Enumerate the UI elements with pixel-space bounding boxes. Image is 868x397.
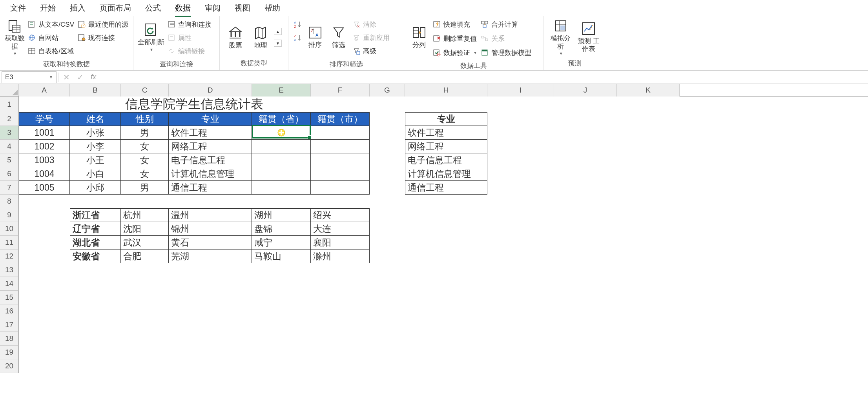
cell[interactable]: 通信工程 bbox=[405, 181, 487, 195]
cell[interactable] bbox=[252, 153, 311, 167]
cell[interactable] bbox=[370, 126, 405, 140]
cell[interactable] bbox=[19, 359, 70, 373]
data-validation-button[interactable]: 数据验证▼ bbox=[432, 47, 477, 58]
tab-view[interactable]: 视图 bbox=[228, 0, 257, 16]
cell[interactable] bbox=[617, 332, 680, 346]
cell[interactable] bbox=[370, 277, 405, 291]
cell[interactable] bbox=[252, 346, 311, 359]
row-header-11[interactable]: 11 bbox=[0, 236, 19, 249]
row-header-5[interactable]: 5 bbox=[0, 153, 19, 167]
cell[interactable]: 女 bbox=[121, 153, 169, 167]
row-header-15[interactable]: 15 bbox=[0, 291, 19, 304]
cell[interactable] bbox=[169, 277, 252, 291]
cell[interactable]: 计算机信息管理 bbox=[405, 167, 487, 181]
row-header-2[interactable]: 2 bbox=[0, 112, 19, 126]
cell[interactable] bbox=[554, 153, 617, 167]
cell[interactable] bbox=[121, 304, 169, 318]
cell[interactable] bbox=[370, 291, 405, 304]
tab-formula[interactable]: 公式 bbox=[138, 0, 168, 16]
row-header-20[interactable]: 20 bbox=[0, 359, 19, 373]
cell[interactable]: 马鞍山 bbox=[252, 249, 311, 263]
flash-fill-button[interactable]: 快速填充 bbox=[432, 19, 477, 30]
row-header-6[interactable]: 6 bbox=[0, 167, 19, 181]
cell[interactable]: 专业 bbox=[405, 112, 487, 126]
cell[interactable] bbox=[487, 97, 554, 112]
cell[interactable]: 小王 bbox=[70, 153, 121, 167]
cell[interactable] bbox=[487, 236, 554, 249]
cell[interactable] bbox=[487, 140, 554, 153]
cell[interactable]: 小白 bbox=[70, 167, 121, 181]
advanced-filter-button[interactable]: 高级 bbox=[352, 46, 390, 56]
cell[interactable] bbox=[70, 277, 121, 291]
cell[interactable] bbox=[554, 249, 617, 263]
cell[interactable] bbox=[405, 359, 487, 373]
col-header-H[interactable]: H bbox=[405, 84, 487, 97]
cell[interactable] bbox=[617, 277, 680, 291]
title-cell[interactable]: 信息学院学生信息统计表 bbox=[19, 97, 370, 112]
cell[interactable]: 温州 bbox=[169, 208, 252, 222]
cell[interactable] bbox=[121, 291, 169, 304]
cell[interactable]: 安徽省 bbox=[70, 249, 121, 263]
tab-insert[interactable]: 插入 bbox=[63, 0, 93, 16]
cell[interactable]: 小邱 bbox=[70, 181, 121, 195]
cell[interactable] bbox=[554, 277, 617, 291]
cell[interactable] bbox=[19, 277, 70, 291]
existing-conn-button[interactable]: 现有连接 bbox=[77, 32, 128, 43]
row-header-10[interactable]: 10 bbox=[0, 222, 19, 236]
cell[interactable] bbox=[121, 263, 169, 277]
cell[interactable]: 武汉 bbox=[121, 236, 169, 249]
row-header-9[interactable]: 9 bbox=[0, 208, 19, 222]
cell[interactable] bbox=[617, 97, 680, 112]
cell[interactable]: 湖州 bbox=[252, 208, 311, 222]
cell[interactable] bbox=[311, 291, 370, 304]
cell[interactable] bbox=[252, 277, 311, 291]
name-box[interactable]: E3 ▼ bbox=[2, 71, 57, 83]
cell[interactable] bbox=[70, 359, 121, 373]
cell[interactable] bbox=[370, 332, 405, 346]
cell[interactable] bbox=[487, 346, 554, 359]
cell[interactable] bbox=[19, 195, 70, 208]
tab-home[interactable]: 开始 bbox=[33, 0, 63, 16]
cell[interactable] bbox=[617, 153, 680, 167]
cell[interactable] bbox=[487, 153, 554, 167]
cell[interactable] bbox=[370, 236, 405, 249]
cell[interactable]: 男 bbox=[121, 181, 169, 195]
cell[interactable] bbox=[405, 195, 487, 208]
cell[interactable] bbox=[169, 359, 252, 373]
cell[interactable] bbox=[311, 277, 370, 291]
row-header-19[interactable]: 19 bbox=[0, 346, 19, 359]
cell[interactable] bbox=[169, 304, 252, 318]
worksheet[interactable]: A B C D E F G H I J K 1信息学院学生信息统计表2学号姓名性… bbox=[0, 84, 868, 390]
cell[interactable] bbox=[617, 263, 680, 277]
cell[interactable] bbox=[70, 304, 121, 318]
cell[interactable]: 杭州 bbox=[121, 208, 169, 222]
cell[interactable] bbox=[370, 167, 405, 181]
cell[interactable]: 1001 bbox=[19, 126, 70, 140]
col-header-J[interactable]: J bbox=[554, 84, 617, 97]
cell[interactable] bbox=[617, 236, 680, 249]
cell[interactable] bbox=[617, 249, 680, 263]
cell[interactable]: 计算机信息管理 bbox=[169, 167, 252, 181]
cell[interactable]: 学号 bbox=[19, 112, 70, 126]
cell[interactable] bbox=[370, 140, 405, 153]
cell[interactable] bbox=[252, 332, 311, 346]
cell[interactable] bbox=[70, 195, 121, 208]
cell[interactable] bbox=[617, 167, 680, 181]
cell[interactable] bbox=[487, 263, 554, 277]
scroll-up-icon[interactable]: ▲ bbox=[274, 28, 282, 35]
get-data-button[interactable]: 获取数 据 ▼ bbox=[4, 17, 25, 56]
cell[interactable]: 绍兴 bbox=[311, 208, 370, 222]
cell[interactable]: 湖北省 bbox=[70, 236, 121, 249]
cell[interactable] bbox=[70, 346, 121, 359]
cell[interactable] bbox=[617, 291, 680, 304]
cell[interactable] bbox=[617, 208, 680, 222]
cell[interactable]: 浙江省 bbox=[70, 208, 121, 222]
cell[interactable] bbox=[169, 318, 252, 332]
col-header-F[interactable]: F bbox=[311, 84, 370, 97]
cell[interactable] bbox=[617, 346, 680, 359]
cell[interactable] bbox=[252, 263, 311, 277]
cell[interactable]: 男 bbox=[121, 126, 169, 140]
col-header-C[interactable]: C bbox=[121, 84, 169, 97]
cell[interactable] bbox=[370, 304, 405, 318]
col-header-K[interactable]: K bbox=[617, 84, 680, 97]
